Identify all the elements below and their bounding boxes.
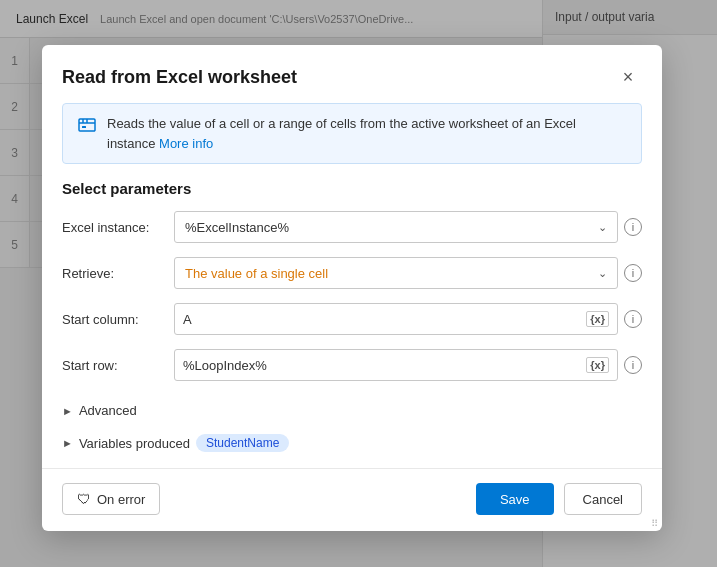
section-heading: Select parameters <box>42 180 662 211</box>
dialog: Read from Excel worksheet × Reads the va… <box>42 45 662 531</box>
retrieve-chevron-icon: ⌄ <box>598 267 607 280</box>
retrieve-info-icon[interactable]: i <box>624 264 642 282</box>
form-row-excel-instance: Excel instance: %ExcelInstance% ⌄ i <box>62 211 642 243</box>
save-button[interactable]: Save <box>476 483 554 515</box>
dialog-footer: 🛡 On error Save Cancel <box>42 468 662 531</box>
variables-produced-section[interactable]: ► Variables produced StudentName <box>42 426 662 460</box>
start-row-control: %LoopIndex% {x} i <box>174 349 642 381</box>
footer-right: Save Cancel <box>476 483 642 515</box>
form-body: Excel instance: %ExcelInstance% ⌄ i Retr… <box>42 211 662 381</box>
excel-instance-value: %ExcelInstance% <box>185 220 289 235</box>
form-row-retrieve: Retrieve: The value of a single cell ⌄ i <box>62 257 642 289</box>
start-row-input[interactable]: %LoopIndex% {x} <box>174 349 618 381</box>
advanced-chevron-icon: ► <box>62 405 73 417</box>
retrieve-value: The value of a single cell <box>185 266 328 281</box>
retrieve-label: Retrieve: <box>62 266 162 281</box>
close-button[interactable]: × <box>614 63 642 91</box>
start-column-value: A <box>183 312 192 327</box>
start-row-info-icon[interactable]: i <box>624 356 642 374</box>
advanced-section[interactable]: ► Advanced <box>42 395 662 426</box>
advanced-label: Advanced <box>79 403 137 418</box>
on-error-button[interactable]: 🛡 On error <box>62 483 160 515</box>
retrieve-control: The value of a single cell ⌄ i <box>174 257 642 289</box>
info-banner-text: Reads the value of a cell or a range of … <box>107 114 627 153</box>
excel-instance-info-icon[interactable]: i <box>624 218 642 236</box>
form-row-start-column: Start column: A {x} i <box>62 303 642 335</box>
form-row-start-row: Start row: %LoopIndex% {x} i <box>62 349 642 381</box>
excel-instance-label: Excel instance: <box>62 220 162 235</box>
shield-icon: 🛡 <box>77 491 91 507</box>
info-banner: Reads the value of a cell or a range of … <box>62 103 642 164</box>
dialog-header: Read from Excel worksheet × <box>42 45 662 103</box>
start-column-input[interactable]: A {x} <box>174 303 618 335</box>
start-column-info-icon[interactable]: i <box>624 310 642 328</box>
start-column-var-icon[interactable]: {x} <box>586 311 609 327</box>
retrieve-dropdown[interactable]: The value of a single cell ⌄ <box>174 257 618 289</box>
variables-produced-label: Variables produced <box>79 436 190 451</box>
more-info-link[interactable]: More info <box>159 136 213 151</box>
info-banner-icon <box>77 115 97 135</box>
cancel-button[interactable]: Cancel <box>564 483 642 515</box>
excel-instance-control: %ExcelInstance% ⌄ i <box>174 211 642 243</box>
start-row-label: Start row: <box>62 358 162 373</box>
on-error-label: On error <box>97 492 145 507</box>
dialog-title: Read from Excel worksheet <box>62 67 297 88</box>
excel-instance-dropdown[interactable]: %ExcelInstance% ⌄ <box>174 211 618 243</box>
resize-handle: ⠿ <box>651 518 658 529</box>
start-row-var-icon[interactable]: {x} <box>586 357 609 373</box>
excel-instance-chevron-icon: ⌄ <box>598 221 607 234</box>
start-column-label: Start column: <box>62 312 162 327</box>
variables-produced-chevron-icon: ► <box>62 437 73 449</box>
start-column-control: A {x} i <box>174 303 642 335</box>
start-row-value: %LoopIndex% <box>183 358 267 373</box>
svg-rect-4 <box>82 126 86 128</box>
student-name-badge: StudentName <box>196 434 289 452</box>
